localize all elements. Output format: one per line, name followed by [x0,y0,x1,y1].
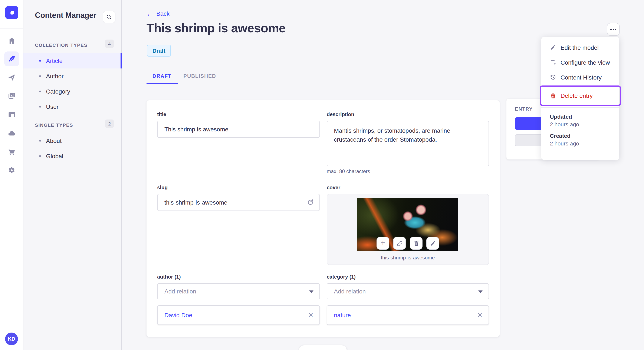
delete-media-button[interactable] [410,237,422,250]
sidebar-item-about[interactable]: About [24,133,122,149]
bullet-dot [39,140,41,142]
pencil-icon [430,240,436,246]
category-add-relation-combobox[interactable]: Add relation [327,283,489,299]
menu-item-delete-entry[interactable]: Delete entry [540,86,620,105]
deploy-cloud-icon[interactable] [4,126,19,141]
description-value: Mantis shrimps, or stomatopods, are mari… [334,127,450,143]
created-value: 2 hours ago [550,140,619,147]
dot [613,29,614,30]
menu-item-configure-the-view[interactable]: Configure the view [541,55,619,70]
bullet-dot [39,91,41,92]
version-tabs: DRAFT PUBLISHED [146,68,222,84]
dot [615,29,616,30]
category-field-label: category (1) [327,274,489,280]
sidebar-item-label: Category [46,88,70,95]
subnav-rule [35,31,45,31]
section-single-types: SINGLE TYPES 2 [24,121,122,130]
section-label: SINGLE TYPES [35,123,73,128]
author-relation-link[interactable]: David Doe [164,312,192,319]
menu-item-edit-the-model[interactable]: Edit the model [541,40,619,55]
bullet-dot [39,106,41,108]
author-add-relation-combobox[interactable]: Add relation [157,283,320,299]
menu-item-label: Edit the model [560,44,599,51]
menu-item-label: Content History [560,74,602,81]
author-relation-item: David Doe ✕ [157,305,320,325]
content-manager-feather-icon[interactable] [4,51,19,66]
sidebar-item-article[interactable]: Article [24,53,122,68]
back-link[interactable]: ← Back [146,10,170,17]
sidebar-divider [0,28,24,28]
sidebar-item-label: Author [46,73,64,80]
remove-category-icon[interactable]: ✕ [477,311,482,319]
menu-item-label: Configure the view [560,59,610,66]
slug-input-value: this-shrimp-is-awesome [164,199,228,206]
entry-panel-label: ENTRY [515,106,533,111]
strapi-logo-glyph [8,9,16,16]
created-label: Created [550,133,619,139]
category-relation-item: nature ✕ [327,305,489,325]
sidebar-item-global[interactable]: Global [24,149,122,164]
sidebar-item-label: Article [46,57,62,64]
section-count-badge: 2 [105,120,114,128]
floating-toolbar-peek [299,345,347,350]
settings-gear-icon[interactable] [4,163,19,178]
updated-label: Updated [550,114,619,120]
dot [610,29,612,30]
content-manager-subnav: Content Manager COLLECTION TYPES 4 Artic… [24,0,122,350]
bullet-dot [39,75,41,77]
description-textarea[interactable]: Mantis shrimps, or stomatopods, are mari… [327,121,489,166]
trash-icon [550,93,556,99]
edit-media-button[interactable] [426,237,439,250]
title-field-label: title [157,111,320,117]
page-title: This shrimp is awesome [146,21,286,35]
main-content: ← Back This shrimp is awesome Draft DRAF… [122,0,644,350]
pencil-icon [550,44,556,51]
media-library-images-icon[interactable] [4,88,19,103]
search-button[interactable] [103,11,116,23]
author-field-label: author (1) [157,274,320,280]
tab-published[interactable]: PUBLISHED [178,68,222,84]
cover-media-box: + [327,194,489,265]
release-paper-plane-icon[interactable] [4,70,19,85]
cover-caption: this-shrimp-is-awesome [327,255,488,261]
sidebar-item-label: About [46,137,62,144]
strapi-logo[interactable] [5,6,18,19]
home-icon[interactable] [4,33,19,48]
plus-icon: + [380,239,385,247]
slug-input[interactable]: this-shrimp-is-awesome [157,194,320,211]
tab-draft[interactable]: DRAFT [146,68,178,84]
title-input[interactable]: This shrimp is awesome [157,121,320,138]
remove-author-icon[interactable]: ✕ [308,311,314,319]
configure-list-icon [550,59,556,65]
sidebar-item-category[interactable]: Category [24,84,122,99]
marketplace-cart-icon[interactable] [4,145,19,160]
trash-icon [413,240,419,246]
strapi-admin-app: KD Content Manager COLLECTION TYPES 4 Ar… [0,0,644,350]
category-placeholder: Add relation [334,288,366,295]
category-relation-link[interactable]: nature [334,312,351,319]
add-media-button[interactable]: + [376,237,389,250]
chevron-down-icon [478,291,482,293]
bullet-dot [39,155,41,157]
copy-link-button[interactable] [393,237,406,250]
content-type-builder-layout-icon[interactable] [4,107,19,122]
icon-sidebar: KD [0,0,24,350]
menu-item-content-history[interactable]: Content History [541,70,619,85]
regenerate-slug-icon[interactable] [307,199,314,206]
description-field-label: description [327,111,489,117]
slug-field-label: slug [157,184,320,190]
description-hint: max. 80 characters [327,169,489,174]
back-arrow-icon: ← [146,10,153,17]
sidebar-item-user[interactable]: User [24,99,122,114]
updated-value: 2 hours ago [550,121,619,128]
cover-actions: + [327,237,488,250]
bullet-dot [39,60,41,62]
menu-item-label: Delete entry [560,92,593,99]
more-options-menu: Edit the model Configure the view Conten… [541,37,619,160]
chevron-down-icon [309,291,314,293]
history-clock-icon [550,74,556,80]
cover-field-label: cover [327,184,489,190]
sidebar-item-author[interactable]: Author [24,68,122,84]
more-options-button[interactable] [607,23,620,36]
user-avatar[interactable]: KD [5,333,18,345]
